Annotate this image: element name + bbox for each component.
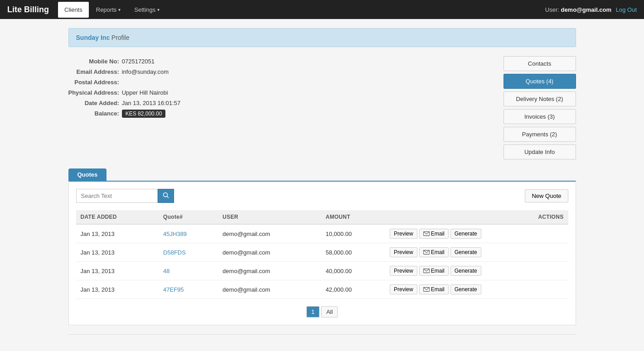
email-icon	[423, 269, 430, 273]
row-user: demo@gmail.com	[218, 224, 321, 243]
col-date: DATE ADDED	[76, 210, 159, 224]
row-quote-num: 48	[159, 262, 218, 280]
row-date: Jan 13, 2013	[76, 262, 159, 280]
date-row: Date Added: Jan 13, 2013 16:01:57	[68, 98, 184, 108]
footer-divider	[68, 334, 576, 335]
preview-button[interactable]: Preview	[390, 266, 417, 276]
navbar-right: User: demo@gmail.com Log Out	[545, 6, 637, 13]
navbar: Lite Billing Clients Reports ▾ Settings …	[0, 0, 644, 19]
info-table: Mobile No: 0725172051 Email Address: inf…	[68, 56, 184, 119]
date-label: Date Added:	[68, 98, 122, 108]
footer: Powered by Suncha Technologies 2012	[68, 348, 576, 351]
payments-button[interactable]: Payments (2)	[504, 127, 576, 142]
row-date: Jan 13, 2013	[76, 280, 159, 299]
date-value: Jan 13, 2013 16:01:57	[122, 98, 184, 108]
search-button[interactable]	[158, 189, 174, 203]
page-1-button[interactable]: 1	[306, 306, 320, 317]
quote-link[interactable]: 45JH389	[163, 231, 187, 237]
pagination: 1 All	[76, 306, 568, 317]
logout-link[interactable]: Log Out	[616, 6, 637, 13]
sidebar-buttons: Contacts Quotes (4) Delivery Notes (2) I…	[504, 56, 576, 159]
app-brand: Lite Billing	[7, 5, 49, 14]
search-icon	[163, 192, 169, 198]
table-row: Jan 13, 2013 47EF95 demo@gmail.com 42,00…	[76, 280, 568, 299]
action-buttons: Preview Email Generate	[390, 247, 563, 257]
row-amount: 10,000.00	[321, 224, 385, 243]
client-name: Sunday Inc	[76, 34, 110, 41]
table-row: Jan 13, 2013 45JH389 demo@gmail.com 10,0…	[76, 224, 568, 243]
email-button[interactable]: Email	[419, 284, 449, 294]
generate-button[interactable]: Generate	[450, 247, 481, 257]
col-quote-num: Quote#	[159, 210, 218, 224]
profile-header: Sunday Inc Profile	[68, 28, 576, 47]
nav-clients[interactable]: Clients	[58, 2, 89, 18]
quotes-table: DATE ADDED Quote# USER AMOUNT ACTIONS Ja…	[76, 210, 568, 299]
row-amount: 42,000.00	[321, 280, 385, 299]
postal-label: Postal Address:	[68, 77, 122, 87]
row-actions: Preview Email Generate	[385, 243, 568, 262]
mobile-row: Mobile No: 0725172051	[68, 56, 184, 67]
invoices-button[interactable]: Invoices (3)	[504, 109, 576, 124]
row-actions: Preview Email Generate	[385, 280, 568, 299]
mobile-value: 0725172051	[122, 56, 184, 67]
quote-link[interactable]: 47EF95	[163, 286, 184, 293]
balance-label: Balance:	[68, 108, 122, 119]
profile-body: Mobile No: 0725172051 Email Address: inf…	[68, 56, 576, 159]
physical-row: Physical Address: Upper Hill Nairobi	[68, 87, 184, 98]
nav-reports[interactable]: Reports ▾	[90, 2, 127, 18]
profile-info: Mobile No: 0725172051 Email Address: inf…	[68, 56, 494, 159]
physical-label: Physical Address:	[68, 87, 122, 98]
page-all-button[interactable]: All	[321, 306, 338, 317]
new-quote-button[interactable]: New Quote	[525, 189, 568, 202]
delivery-notes-button[interactable]: Delivery Notes (2)	[504, 91, 576, 106]
row-user: demo@gmail.com	[218, 243, 321, 262]
table-row: Jan 13, 2013 48 demo@gmail.com 40,000.00…	[76, 262, 568, 280]
quote-link[interactable]: 48	[163, 268, 169, 274]
quote-link[interactable]: D58FDS	[163, 249, 186, 256]
col-amount: AMOUNT	[321, 210, 385, 224]
balance-row: Balance: KES 82,000.00	[68, 108, 184, 119]
balance-cell: KES 82,000.00	[122, 108, 184, 119]
quotes-body: New Quote DATE ADDED Quote# USER AMOUNT …	[68, 181, 576, 325]
main-content: Sunday Inc Profile Mobile No: 0725172051…	[59, 28, 585, 351]
col-actions: ACTIONS	[385, 210, 568, 224]
email-label: Email Address:	[68, 67, 122, 77]
email-button[interactable]: Email	[419, 229, 449, 239]
mobile-label: Mobile No:	[68, 56, 122, 67]
profile-label: Profile	[111, 34, 130, 41]
physical-value: Upper Hill Nairobi	[122, 87, 184, 98]
preview-button[interactable]: Preview	[390, 229, 417, 239]
generate-button[interactable]: Generate	[450, 266, 481, 276]
preview-button[interactable]: Preview	[390, 247, 417, 257]
email-icon	[423, 231, 430, 236]
table-header-row: DATE ADDED Quote# USER AMOUNT ACTIONS	[76, 210, 568, 224]
quotes-section: Quotes New Quote	[68, 168, 576, 325]
action-buttons: Preview Email Generate	[390, 266, 563, 276]
contacts-button[interactable]: Contacts	[504, 56, 576, 71]
email-value: info@sunday.com	[122, 67, 184, 77]
row-amount: 58,000.00	[321, 243, 385, 262]
action-buttons: Preview Email Generate	[390, 229, 563, 239]
row-amount: 40,000.00	[321, 262, 385, 280]
postal-value	[122, 77, 184, 87]
search-group	[76, 189, 174, 203]
row-quote-num: D58FDS	[159, 243, 218, 262]
row-actions: Preview Email Generate	[385, 224, 568, 243]
update-info-button[interactable]: Update Info	[504, 144, 576, 159]
email-button[interactable]: Email	[419, 266, 449, 276]
col-user: USER	[218, 210, 321, 224]
table-row: Jan 13, 2013 D58FDS demo@gmail.com 58,00…	[76, 243, 568, 262]
generate-button[interactable]: Generate	[450, 284, 481, 294]
generate-button[interactable]: Generate	[450, 229, 481, 239]
quotes-toolbar: New Quote	[76, 189, 568, 203]
preview-button[interactable]: Preview	[390, 284, 417, 294]
user-email: demo@gmail.com	[561, 6, 611, 13]
action-buttons: Preview Email Generate	[390, 284, 563, 294]
row-quote-num: 47EF95	[159, 280, 218, 299]
search-input[interactable]	[76, 189, 158, 203]
quotes-button[interactable]: Quotes (4)	[504, 74, 576, 89]
row-user: demo@gmail.com	[218, 262, 321, 280]
email-button[interactable]: Email	[419, 247, 449, 257]
reports-caret: ▾	[118, 7, 121, 12]
nav-settings[interactable]: Settings ▾	[128, 2, 166, 18]
